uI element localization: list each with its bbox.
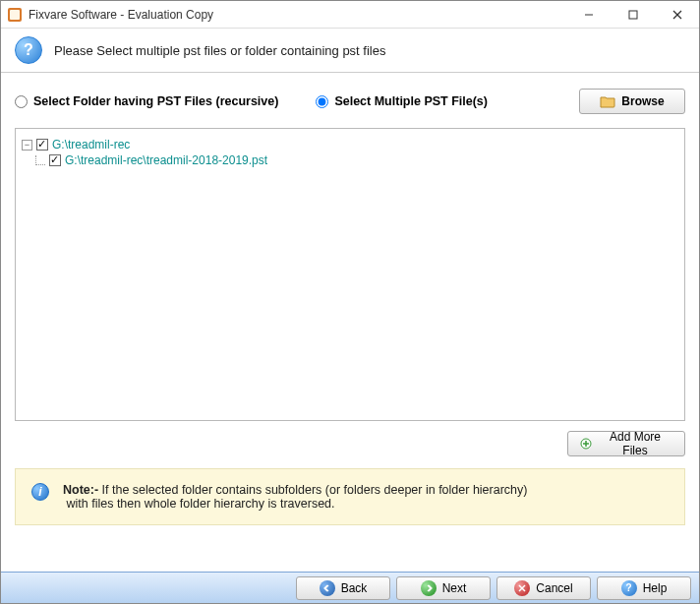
- svg-rect-1: [10, 10, 20, 20]
- browse-label: Browse: [621, 94, 664, 108]
- window-title: Fixvare Software - Evaluation Copy: [29, 8, 213, 22]
- add-more-files-button[interactable]: Add More Files: [567, 431, 685, 456]
- tree-connector-icon: [35, 155, 45, 165]
- minimize-button[interactable]: [566, 1, 611, 29]
- radio-multiple[interactable]: [316, 95, 328, 108]
- option-select-folder[interactable]: Select Folder having PST Files (recursiv…: [15, 94, 278, 108]
- next-icon: [421, 580, 437, 596]
- tree-child-item[interactable]: G:\treadmil-rec\treadmil-2018-2019.pst: [35, 152, 678, 168]
- question-icon: ?: [15, 36, 42, 64]
- next-button[interactable]: Next: [396, 576, 491, 600]
- instruction-text: Please Select multiple pst files or fold…: [54, 43, 385, 58]
- note-line2: with files then whole folder hierarchy i…: [66, 497, 334, 511]
- checkbox-child[interactable]: [49, 154, 61, 166]
- main-content: Select Folder having PST Files (recursiv…: [1, 73, 699, 533]
- add-more-row: Add More Files: [15, 431, 685, 456]
- checkbox-root[interactable]: [36, 139, 48, 151]
- folder-icon: [600, 94, 615, 108]
- note-box: i Note:- If the selected folder contains…: [15, 468, 685, 525]
- option-multiple-label: Select Multiple PST File(s): [334, 94, 488, 108]
- option-folder-label: Select Folder having PST Files (recursiv…: [33, 94, 278, 108]
- cancel-icon: [514, 580, 530, 596]
- svg-rect-3: [629, 11, 637, 19]
- note-line1: If the selected folder contains subfolde…: [98, 483, 527, 497]
- help-button[interactable]: ? Help: [597, 576, 691, 600]
- window-controls: [566, 1, 699, 29]
- instruction-bar: ? Please Select multiple pst files or fo…: [1, 29, 699, 73]
- back-label: Back: [341, 581, 368, 595]
- tree-children: G:\treadmil-rec\treadmil-2018-2019.pst: [35, 152, 678, 168]
- plus-icon: [580, 438, 592, 450]
- info-icon: i: [31, 483, 49, 501]
- file-tree[interactable]: − G:\treadmil-rec G:\treadmil-rec\treadm…: [15, 128, 685, 421]
- next-label: Next: [442, 581, 467, 595]
- help-label: Help: [643, 581, 668, 595]
- back-icon: [320, 580, 335, 596]
- app-icon: [7, 7, 23, 23]
- selection-options-row: Select Folder having PST Files (recursiv…: [15, 89, 685, 114]
- cancel-button[interactable]: Cancel: [496, 576, 591, 600]
- radio-folder[interactable]: [15, 95, 28, 108]
- tree-root-item[interactable]: − G:\treadmil-rec: [22, 137, 678, 152]
- back-button[interactable]: Back: [296, 576, 390, 600]
- add-more-label: Add More Files: [598, 430, 672, 457]
- close-button[interactable]: [655, 1, 699, 29]
- tree-root-label: G:\treadmil-rec: [52, 138, 130, 151]
- maximize-button[interactable]: [611, 1, 655, 29]
- browse-button[interactable]: Browse: [579, 89, 685, 114]
- option-select-multiple[interactable]: Select Multiple PST File(s): [316, 94, 488, 108]
- cancel-label: Cancel: [536, 581, 572, 595]
- collapse-icon[interactable]: −: [22, 140, 32, 151]
- note-prefix: Note:-: [63, 483, 98, 497]
- wizard-footer: Back Next Cancel ? Help: [1, 572, 699, 603]
- help-icon: ?: [621, 580, 637, 596]
- titlebar: Fixvare Software - Evaluation Copy: [1, 1, 699, 29]
- tree-child-label: G:\treadmil-rec\treadmil-2018-2019.pst: [65, 153, 267, 167]
- note-text: Note:- If the selected folder contains s…: [63, 483, 527, 511]
